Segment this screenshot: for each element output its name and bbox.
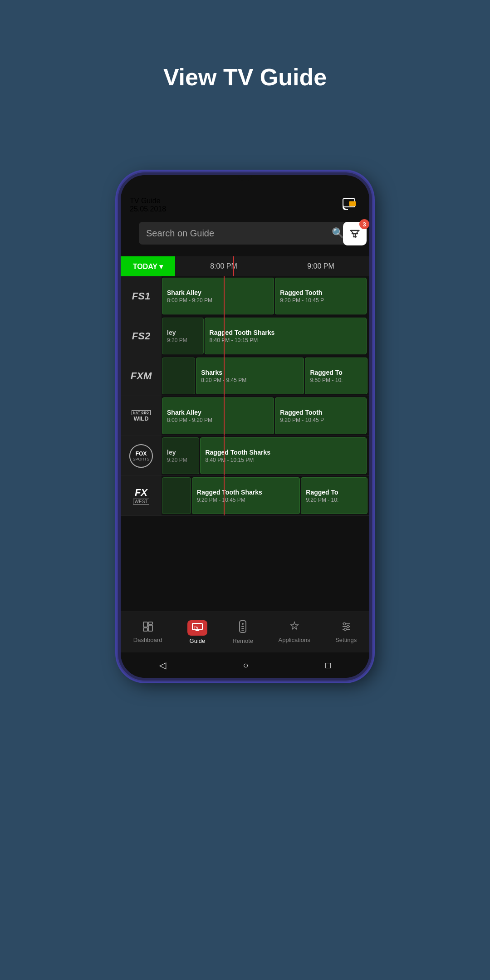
svg-rect-13 [241, 626, 244, 627]
program-block[interactable]: Sharks 8:20 PM - 9:45 PM [196, 358, 304, 394]
program-title: Ragged To [310, 369, 362, 376]
today-button[interactable]: TODAY ▾ [121, 256, 175, 276]
svg-rect-15 [241, 630, 244, 631]
nav-label-settings: Settings [335, 637, 357, 643]
program-block[interactable]: Ragged Tooth Sharks 9:20 PM - 10:45 PM [192, 477, 300, 514]
program-block[interactable]: Ragged Tooth 9:20 PM - 10:45 P [275, 278, 367, 314]
nav-label-remote: Remote [232, 637, 253, 644]
program-block[interactable]: Ragged Tooth Sharks 8:40 PM - 10:15 PM [200, 437, 366, 474]
program-block[interactable]: ley 9:20 PM [162, 437, 199, 474]
bottom-nav: Dashboard TV Guide [121, 612, 369, 652]
fox-sports: SPORTS [133, 457, 150, 461]
channel-logo-text: FXM [131, 370, 152, 382]
nav-label-applications: Applications [279, 637, 310, 643]
nav-label-guide: Guide [190, 637, 206, 644]
back-button[interactable]: ◁ [156, 656, 170, 674]
svg-rect-6 [148, 625, 152, 631]
svg-rect-4 [148, 622, 152, 624]
cast-icon[interactable] [342, 197, 360, 214]
natgeo-box: NAT GEO [132, 410, 151, 415]
nav-item-guide[interactable]: TV Guide [182, 617, 213, 648]
program-title: Ragged Tooth Sharks [205, 449, 361, 456]
program-block[interactable] [162, 477, 191, 514]
channel-logo-foxsports: FOX SPORTS [121, 436, 162, 475]
time-indicator-row6 [224, 476, 225, 515]
program-time: 9:20 PM - 10:45 PM [197, 497, 295, 503]
app-date: 25.05.2018 [130, 205, 166, 213]
channel-logo-text: FS1 [132, 290, 150, 302]
channel-row: FOX SPORTS ley 9:20 PM Ragged Tooth [121, 436, 369, 476]
channel-logo-fxm: FXM [121, 356, 162, 396]
program-block[interactable]: Ragged To 9:20 PM - 10: [301, 477, 368, 514]
west-text: WEST [133, 499, 150, 505]
nav-label-dashboard: Dashboard [133, 637, 162, 643]
time-slots: 8:00 PM 9:00 PM [175, 256, 369, 276]
program-time: 8:00 PM - 9:20 PM [167, 417, 269, 423]
channels-area: FS1 Shark Alley 8:00 PM - 9:20 PM Ragged… [121, 276, 369, 612]
natgeo-logo: NAT GEO WILD [132, 410, 151, 422]
svg-rect-10 [195, 631, 200, 631]
system-nav: ◁ ○ □ [121, 652, 369, 678]
program-time: 9:20 PM - 10: [306, 497, 363, 503]
program-title: Ragged Tooth Sharks [210, 329, 362, 336]
programs-strip-fxwest: Ragged Tooth Sharks 9:20 PM - 10:45 PM R… [162, 476, 369, 515]
nav-item-remote[interactable]: Remote [227, 617, 259, 648]
program-block[interactable]: Shark Alley 8:00 PM - 9:20 PM [162, 397, 274, 434]
time-indicator-row1 [224, 276, 225, 316]
channel-logo-fxwest: FX WEST [121, 476, 162, 515]
svg-text:TV: TV [194, 626, 199, 630]
program-block[interactable]: Ragged Tooth Sharks 8:40 PM - 10:15 PM [205, 318, 367, 354]
program-time: 9:50 PM - 10: [310, 377, 362, 383]
search-bar[interactable]: Search on Guide 🔍 [139, 222, 351, 245]
time-header: TODAY ▾ 8:00 PM 9:00 PM [121, 256, 369, 276]
svg-rect-9 [196, 630, 199, 631]
channel-row: NAT GEO WILD Shark Alley 8:00 PM - 9:20 … [121, 396, 369, 436]
program-title: Ragged To [306, 489, 363, 496]
program-time: 9:20 PM - 10:45 P [280, 417, 362, 423]
channel-logo-natgeo: NAT GEO WILD [121, 396, 162, 436]
program-title: Shark Alley [167, 409, 269, 416]
program-time: 9:20 PM [167, 457, 194, 463]
programs-strip-fxm: Sharks 8:20 PM - 9:45 PM Ragged To 9:50 … [162, 356, 369, 396]
header-right [342, 197, 360, 214]
phone-edge-right [370, 257, 372, 293]
guide-grid: TODAY ▾ 8:00 PM 9:00 PM FS1 [121, 256, 369, 612]
program-block[interactable]: ley 9:20 PM [162, 318, 204, 354]
filter-button[interactable]: 3 [343, 222, 367, 245]
nav-item-dashboard[interactable]: Dashboard [128, 617, 168, 647]
time-indicator-row3 [224, 356, 225, 396]
guide-icon: TV [187, 620, 207, 636]
time-indicator-row5 [224, 436, 225, 475]
natgeo-wild: WILD [133, 415, 148, 422]
programs-strip-natgeo: Shark Alley 8:00 PM - 9:20 PM Ragged Too… [162, 396, 369, 436]
recents-button[interactable]: □ [322, 657, 334, 674]
home-button[interactable]: ○ [239, 657, 252, 674]
program-block[interactable]: Ragged To 9:50 PM - 10: [305, 358, 367, 394]
program-block[interactable]: Ragged Tooth 9:20 PM - 10:45 P [275, 397, 367, 434]
notch [238, 175, 252, 181]
svg-point-19 [343, 623, 345, 625]
program-title: Ragged Tooth [280, 289, 362, 296]
nav-item-settings[interactable]: Settings [330, 617, 362, 647]
svg-point-21 [344, 628, 346, 631]
channel-row: FS2 ley 9:20 PM Ragged Tooth Sharks 8:40… [121, 316, 369, 356]
time-indicator-row2 [224, 316, 225, 356]
channel-row: FXM Sharks 8:20 PM - 9:45 PM [121, 356, 369, 396]
program-title: Sharks [201, 369, 299, 376]
search-placeholder: Search on Guide [146, 228, 332, 239]
time-slot-1: 8:00 PM [175, 262, 272, 270]
program-block[interactable]: Shark Alley 8:00 PM - 9:20 PM [162, 278, 274, 314]
applications-icon [289, 621, 300, 635]
channel-logo-text: FS2 [132, 330, 150, 342]
channel-row: FX WEST Ragged Tooth Sharks 9:20 PM - 10… [121, 476, 369, 516]
program-time: 8:20 PM - 9:45 PM [201, 377, 299, 383]
search-icon: 🔍 [332, 227, 344, 239]
nav-item-applications[interactable]: Applications [273, 617, 316, 647]
program-block[interactable] [162, 358, 195, 394]
phone-edge-left [118, 266, 120, 293]
time-indicator-header [233, 256, 234, 276]
svg-rect-3 [143, 622, 147, 627]
channel-logo-fs1: FS1 [121, 276, 162, 316]
svg-rect-5 [143, 628, 147, 631]
svg-point-12 [242, 623, 244, 625]
